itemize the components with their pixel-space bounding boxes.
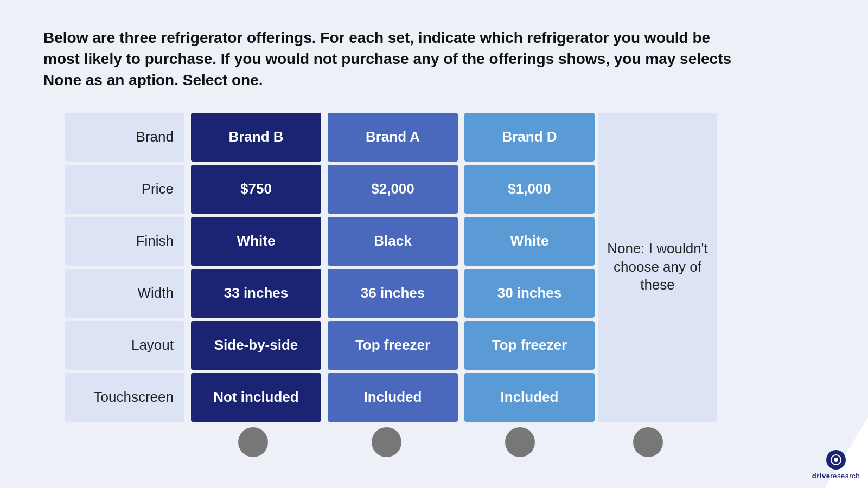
logo-text: driveresearch bbox=[812, 472, 860, 480]
col-d-price[interactable]: $1,000 bbox=[464, 165, 595, 214]
outer-table-flex: BrandPriceFinishWidthLayoutTouchscreenBr… bbox=[65, 113, 716, 422]
logo-corner: driveresearch bbox=[760, 418, 868, 488]
col-b-finish[interactable]: White bbox=[191, 217, 321, 266]
col-a-layout[interactable]: Top freezer bbox=[328, 321, 458, 370]
col-a-column: Brand A$2,000Black36 inchesTop freezerIn… bbox=[324, 113, 458, 422]
label-column: BrandPriceFinishWidthLayoutTouchscreen bbox=[65, 113, 184, 422]
radio-spacer bbox=[65, 427, 184, 457]
label-price: Price bbox=[65, 165, 184, 214]
col-b-price[interactable]: $750 bbox=[191, 165, 321, 214]
label-touchscreen: Touchscreen bbox=[65, 373, 184, 422]
logo-bold: drive bbox=[812, 472, 831, 480]
col-b-column: Brand B$750White33 inchesSide-by-sideNot… bbox=[188, 113, 321, 422]
logo-content: driveresearch bbox=[812, 450, 860, 480]
label-finish: Finish bbox=[65, 217, 184, 266]
radio-col-none[interactable] bbox=[588, 427, 707, 457]
main-grid: BrandPriceFinishWidthLayoutTouchscreenBr… bbox=[65, 113, 595, 422]
svg-point-1 bbox=[834, 458, 838, 462]
col-d-column: Brand D$1,000White30 inchesTop freezerIn… bbox=[461, 113, 595, 422]
radio-row bbox=[65, 427, 825, 457]
radio-col-b[interactable] bbox=[188, 427, 318, 457]
col-d-finish[interactable]: White bbox=[464, 217, 595, 266]
col-d-width[interactable]: 30 inches bbox=[464, 269, 595, 318]
col-b-width[interactable]: 33 inches bbox=[191, 269, 321, 318]
label-brand: Brand bbox=[65, 113, 184, 162]
none-label-text: None: I wouldn't choose any of these bbox=[603, 240, 712, 294]
col-d-brand[interactable]: Brand D bbox=[464, 113, 595, 162]
radio-col-d[interactable] bbox=[455, 427, 585, 457]
radio-button-a[interactable] bbox=[372, 427, 401, 457]
comparison-table: BrandPriceFinishWidthLayoutTouchscreenBr… bbox=[65, 113, 716, 422]
col-d-layout[interactable]: Top freezer bbox=[464, 321, 595, 370]
logo-icon bbox=[826, 450, 846, 470]
page-wrapper: Below are three refrigerator offerings. … bbox=[0, 0, 868, 473]
col-a-width[interactable]: 36 inches bbox=[328, 269, 458, 318]
col-b-layout[interactable]: Side-by-side bbox=[191, 321, 321, 370]
col-a-brand[interactable]: Brand A bbox=[328, 113, 458, 162]
question-text: Below are three refrigerator offerings. … bbox=[43, 27, 749, 91]
col-a-finish[interactable]: Black bbox=[328, 217, 458, 266]
col-d-touchscreen[interactable]: Included bbox=[464, 373, 595, 422]
logo-light: research bbox=[830, 472, 860, 480]
radio-button-d[interactable] bbox=[505, 427, 535, 457]
col-a-touchscreen[interactable]: Included bbox=[328, 373, 458, 422]
label-layout: Layout bbox=[65, 321, 184, 370]
col-b-brand[interactable]: Brand B bbox=[191, 113, 321, 162]
radio-button-b[interactable] bbox=[238, 427, 268, 457]
none-cell[interactable]: None: I wouldn't choose any of these bbox=[598, 113, 717, 422]
col-b-touchscreen[interactable]: Not included bbox=[191, 373, 321, 422]
label-width: Width bbox=[65, 269, 184, 318]
radio-button-none[interactable] bbox=[633, 427, 663, 457]
radio-col-a[interactable] bbox=[321, 427, 451, 457]
col-a-price[interactable]: $2,000 bbox=[328, 165, 458, 214]
